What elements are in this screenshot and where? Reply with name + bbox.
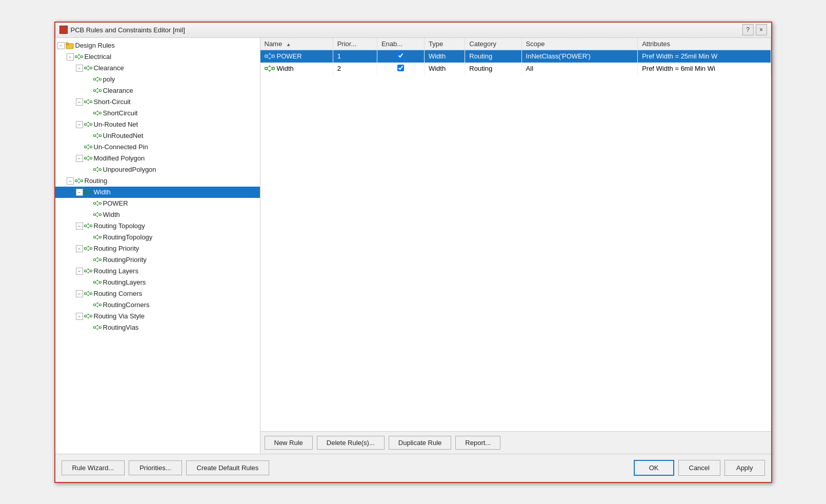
tree-node-unroutednet-rule[interactable]: UnRoutedNet <box>55 130 260 142</box>
svg-point-197 <box>96 329 97 330</box>
tree-node-routingtopology-rule[interactable]: RoutingTopology <box>55 232 260 243</box>
tree-node-width-cat[interactable]: − Width <box>55 187 260 198</box>
svg-point-100 <box>87 190 88 191</box>
svg-point-173 <box>87 295 88 296</box>
priorities-button[interactable]: Priorities... <box>129 460 182 475</box>
svg-line-79 <box>86 157 87 158</box>
svg-line-121 <box>98 213 99 214</box>
col-priority[interactable]: Prior... <box>333 38 377 50</box>
help-button[interactable]: ? <box>742 24 754 35</box>
svg-line-170 <box>98 283 99 284</box>
create-default-rules-button[interactable]: Create Default Rules <box>186 460 270 475</box>
tree-node-routingcorners-rule[interactable]: RoutingCorners <box>55 299 260 311</box>
right-bottom-bar: New Rule Delete Rule(s)... Duplicate Rul… <box>260 431 771 454</box>
tree-node-routing-corners-cat[interactable]: − Routing Corners <box>55 288 260 299</box>
cell-type-power-row: Width <box>424 50 465 63</box>
svg-point-204 <box>269 53 270 55</box>
apply-button[interactable]: Apply <box>724 460 765 476</box>
expand-btn-routing-layers-cat[interactable]: − <box>76 268 83 275</box>
tree-node-electrical[interactable]: − Electrical <box>55 51 260 63</box>
expand-btn-routing-via-style-cat[interactable]: − <box>76 313 83 320</box>
tree-node-routing[interactable]: − Routing <box>55 175 260 187</box>
delete-rule-button[interactable]: Delete Rule(s)... <box>317 436 385 450</box>
node-icon-short-circuit-cat <box>84 98 92 106</box>
tree-node-routing-topology-cat[interactable]: − Routing Topology <box>55 220 260 232</box>
svg-point-212 <box>269 66 270 67</box>
svg-point-139 <box>84 248 86 250</box>
expand-btn-routing-corners-cat[interactable]: − <box>76 290 83 297</box>
svg-line-151 <box>95 258 96 259</box>
cell-enabled-power-row[interactable] <box>377 50 424 63</box>
node-icon-clearance-cat <box>84 64 92 72</box>
svg-line-176 <box>86 294 87 295</box>
table-row-power-row[interactable]: POWER 1WidthRoutingInNetClass('POWER')Pr… <box>260 50 771 63</box>
node-icon-routing-topology-cat <box>84 222 92 230</box>
col-attributes[interactable]: Attributes <box>638 38 771 50</box>
rule-wizard-button[interactable]: Rule Wizard... <box>62 460 125 475</box>
svg-line-56 <box>86 125 87 126</box>
checkbox-width-row[interactable] <box>397 65 404 71</box>
svg-point-156 <box>87 269 88 270</box>
duplicate-rule-button[interactable]: Duplicate Rule <box>389 436 452 450</box>
cell-enabled-width-row[interactable] <box>377 63 424 75</box>
svg-line-74 <box>89 147 90 148</box>
svg-point-166 <box>99 281 101 284</box>
col-scope[interactable]: Scope <box>521 38 638 50</box>
tree-node-routing-priority-cat[interactable]: − Routing Priority <box>55 243 260 254</box>
tree-node-design-rules[interactable]: − Design Rules <box>55 40 260 51</box>
node-label-routingtopology-rule: RoutingTopology <box>103 233 153 241</box>
expand-btn-modified-polygon-cat[interactable]: − <box>76 155 83 162</box>
ok-button[interactable]: OK <box>634 460 674 476</box>
tree-node-width-rule[interactable]: Width <box>55 209 260 220</box>
cell-name-width-row: Width <box>260 63 333 75</box>
expand-btn-routing-priority-cat[interactable]: − <box>76 245 83 252</box>
svg-line-111 <box>95 202 96 203</box>
expand-btn-clearance-cat[interactable]: − <box>76 65 83 72</box>
tree-container[interactable]: − Design Rules− Electrical− Clearance <box>55 38 260 454</box>
tree-node-routinglayers-rule[interactable]: RoutingLayers <box>55 277 260 288</box>
svg-line-175 <box>86 292 87 293</box>
table-row-width-row[interactable]: Width 2WidthRoutingAllPref Width = 6mil … <box>260 63 771 75</box>
tree-node-unrouted-net-cat[interactable]: − Un-Routed Net <box>55 119 260 130</box>
expand-btn-unrouted-net-cat[interactable]: − <box>76 121 83 128</box>
expand-btn-electrical[interactable]: − <box>67 53 74 61</box>
tree-node-routingpriority-rule[interactable]: RoutingPriority <box>55 254 260 266</box>
tree-node-routingvias-rule[interactable]: RoutingVias <box>55 322 260 333</box>
tree-node-clearance-cat[interactable]: − Clearance <box>55 63 260 74</box>
footer-right: OK Cancel Apply <box>634 460 765 476</box>
cancel-button[interactable]: Cancel <box>678 460 720 476</box>
rules-table[interactable]: Name ▲ Prior... Enab... Type <box>260 38 771 431</box>
node-label-width-rule: Width <box>103 211 120 218</box>
tree-node-shortcircuit-rule[interactable]: ShortCircuit <box>55 108 260 119</box>
tree-node-unconnected-pin-cat[interactable]: Un-Connected Pin <box>55 142 260 153</box>
checkbox-power-row[interactable] <box>397 52 404 59</box>
close-button[interactable]: × <box>756 24 767 35</box>
svg-point-171 <box>84 293 86 295</box>
tree-node-routing-layers-cat[interactable]: − Routing Layers <box>55 266 260 277</box>
svg-point-158 <box>90 270 92 272</box>
expand-btn-design-rules[interactable]: − <box>57 42 65 49</box>
tree-node-power-rule[interactable]: POWER <box>55 198 260 209</box>
col-category[interactable]: Category <box>465 38 521 50</box>
tree-node-unpouredpolygon-rule[interactable]: UnpouredPolygon <box>55 164 260 175</box>
tree-node-routing-via-style-cat[interactable]: − Routing Via Style <box>55 311 260 322</box>
svg-line-106 <box>89 192 90 193</box>
col-name[interactable]: Name ▲ <box>260 38 333 50</box>
expand-btn-short-circuit-cat[interactable]: − <box>76 98 83 106</box>
expand-btn-width-cat[interactable]: − <box>76 189 83 196</box>
svg-line-192 <box>86 316 87 317</box>
col-enabled[interactable]: Enab... <box>377 38 424 50</box>
expand-btn-routing[interactable]: − <box>67 177 74 185</box>
tree-node-clearance-rule[interactable]: Clearance <box>55 85 260 96</box>
tree-node-poly[interactable]: poly <box>55 74 260 85</box>
svg-point-92 <box>78 178 79 179</box>
sort-arrow-name: ▲ <box>286 42 291 47</box>
tree-node-short-circuit-cat[interactable]: − Short-Circuit <box>55 96 260 108</box>
svg-line-8 <box>77 57 78 58</box>
expand-btn-routing-topology-cat[interactable]: − <box>76 223 83 230</box>
col-type[interactable]: Type <box>424 38 465 50</box>
tree-node-modified-polygon-cat[interactable]: − Modified Polygon <box>55 153 260 164</box>
svg-line-178 <box>89 294 90 295</box>
report-button[interactable]: Report... <box>455 436 500 450</box>
new-rule-button[interactable]: New Rule <box>265 436 313 450</box>
